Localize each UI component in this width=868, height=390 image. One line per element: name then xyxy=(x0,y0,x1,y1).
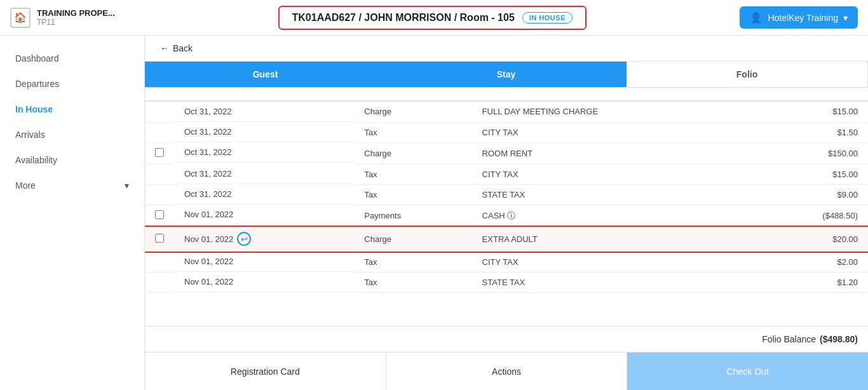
brand-icon: 🏠 xyxy=(10,8,31,28)
header: 🏠 TRAINING PROPE... TP11 TK01AAD627 / JO… xyxy=(0,0,868,36)
row-amount: $15.00 xyxy=(753,101,868,122)
more-label: More xyxy=(15,180,36,191)
row-type: Tax xyxy=(354,164,471,184)
main-content: ← Back Guest Stay Folio xyxy=(145,36,868,390)
table-row: Nov 01, 2022TaxSTATE TAX$1.20 xyxy=(145,272,868,292)
row-type: Charge xyxy=(354,101,471,122)
tab-stay[interactable]: Stay xyxy=(386,62,627,87)
sidebar-item-departures[interactable]: Departures xyxy=(0,71,144,97)
amount-col-header xyxy=(753,88,868,101)
sidebar-item-dashboard[interactable]: Dashboard xyxy=(0,46,144,71)
checkout-button[interactable]: Check Out xyxy=(627,353,868,390)
back-label: Back xyxy=(173,43,193,53)
row-amount: ($488.50) xyxy=(753,205,868,227)
row-date: Oct 31, 2022 xyxy=(174,164,354,184)
row-description: CASH ⓘ xyxy=(472,205,754,227)
row-date: Nov 01, 2022↩ xyxy=(174,227,354,252)
row-date: Nov 01, 2022 xyxy=(174,272,354,292)
row-date: Oct 31, 2022 xyxy=(174,184,354,205)
folio-balance-label: Folio Balance xyxy=(762,334,816,344)
bottom-bar: Registration Card Actions Check Out xyxy=(145,352,868,390)
sidebar-item-more[interactable]: More ▾ xyxy=(0,173,144,198)
row-description: ROOM RENT xyxy=(472,142,754,164)
row-type: Tax xyxy=(354,272,471,292)
row-description: CITY TAX xyxy=(472,164,754,184)
checkbox-cell xyxy=(145,272,174,292)
folio-table: Oct 31, 2022ChargeFULL DAY MEETING CHARG… xyxy=(145,88,868,293)
table-row: Oct 31, 2022ChargeFULL DAY MEETING CHARG… xyxy=(145,101,868,122)
table-row: Oct 31, 2022ChargeROOM RENT$150.00 xyxy=(145,142,868,164)
row-description: STATE TAX xyxy=(472,184,754,205)
row-type: Charge xyxy=(354,142,471,164)
brand-name: TRAINING PROPE... xyxy=(37,8,115,18)
header-center: TK01AAD627 / JOHN MORRISON / Room - 105 … xyxy=(125,6,740,30)
row-date: Oct 31, 2022 xyxy=(174,142,354,163)
row-type: Tax xyxy=(354,252,471,272)
folio-balance-amount: ($498.80) xyxy=(820,334,858,344)
sidebar-item-arrivals[interactable]: Arrivals xyxy=(0,122,144,147)
row-description: EXTRA ADULT xyxy=(472,227,754,252)
table-row: Nov 01, 2022PaymentsCASH ⓘ($488.50) xyxy=(145,205,868,227)
row-amount: $2.00 xyxy=(753,252,868,272)
row-type: Payments xyxy=(354,205,471,227)
row-type: Charge xyxy=(354,227,471,252)
row-description: FULL DAY MEETING CHARGE xyxy=(472,101,754,122)
layout: Dashboard Departures In House Arrivals A… xyxy=(0,36,868,390)
row-checkbox[interactable] xyxy=(155,210,164,219)
row-amount: $1.20 xyxy=(753,272,868,292)
checkbox-cell xyxy=(145,142,174,164)
undo-icon[interactable]: ↩ xyxy=(237,232,251,246)
tab-bar: Guest Stay Folio xyxy=(145,62,868,88)
type-col-header xyxy=(354,88,471,101)
registration-card-button[interactable]: Registration Card xyxy=(145,353,386,390)
table-row: Oct 31, 2022TaxSTATE TAX$9.00 xyxy=(145,184,868,205)
in-house-badge: IN HOUSE xyxy=(522,12,573,24)
user-menu-button[interactable]: 👤 HotelKey Training ▾ xyxy=(740,6,858,29)
back-section: ← Back xyxy=(145,36,868,62)
row-amount: $1.50 xyxy=(753,122,868,142)
checkbox-cell xyxy=(145,252,174,272)
user-icon: 👤 xyxy=(750,11,763,24)
booking-title: TK01AAD627 / JOHN MORRISON / Room - 105 xyxy=(292,12,515,24)
folio-balance-row: Folio Balance ($498.80) xyxy=(145,326,868,352)
actions-button[interactable]: Actions xyxy=(386,353,628,390)
sidebar-item-availability[interactable]: Availability xyxy=(0,147,144,173)
row-checkbox[interactable] xyxy=(155,234,164,243)
tab-folio[interactable]: Folio xyxy=(627,62,868,87)
back-button[interactable]: ← Back xyxy=(160,43,853,53)
row-description: STATE TAX xyxy=(472,272,754,292)
checkbox-cell xyxy=(145,164,174,184)
row-date: Oct 31, 2022 xyxy=(174,102,354,122)
table-row: Nov 01, 2022TaxCITY TAX$2.00 xyxy=(145,252,868,272)
chevron-down-icon: ▾ xyxy=(125,180,129,191)
user-label: HotelKey Training xyxy=(768,13,838,23)
back-arrow-icon: ← xyxy=(160,43,169,53)
checkbox-cell xyxy=(145,227,174,252)
tab-guest[interactable]: Guest xyxy=(145,62,386,87)
checkbox-cell xyxy=(145,101,174,122)
brand-section: 🏠 TRAINING PROPE... TP11 xyxy=(10,8,125,28)
desc-col-header xyxy=(472,88,754,101)
table-row: Oct 31, 2022TaxCITY TAX$1.50 xyxy=(145,122,868,142)
row-description: CITY TAX xyxy=(472,122,754,142)
checkbox-cell xyxy=(145,205,174,227)
checkbox-col-header xyxy=(145,88,174,101)
checkbox-cell xyxy=(145,184,174,205)
row-amount: $15.00 xyxy=(753,164,868,184)
brand-id: TP11 xyxy=(37,18,115,27)
sidebar-item-inhouse[interactable]: In House xyxy=(0,97,144,122)
row-date: Nov 01, 2022 xyxy=(174,205,354,225)
row-type: Tax xyxy=(354,122,471,142)
row-description: CITY TAX xyxy=(472,252,754,272)
folio-table-area: Oct 31, 2022ChargeFULL DAY MEETING CHARG… xyxy=(145,88,868,326)
row-amount: $20.00 xyxy=(753,227,868,252)
checkbox-cell xyxy=(145,122,174,142)
row-amount: $150.00 xyxy=(753,142,868,164)
table-row: Nov 01, 2022↩ChargeEXTRA ADULT$20.00 xyxy=(145,227,868,252)
row-amount: $9.00 xyxy=(753,184,868,205)
row-date: Nov 01, 2022 xyxy=(174,252,354,272)
row-date: Oct 31, 2022 xyxy=(174,122,354,142)
row-checkbox[interactable] xyxy=(155,148,164,157)
brand-text: TRAINING PROPE... TP11 xyxy=(37,8,115,27)
row-type: Tax xyxy=(354,184,471,205)
